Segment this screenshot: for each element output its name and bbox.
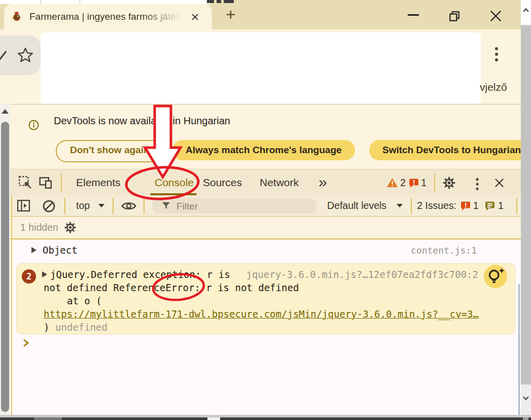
error-text-line2: not defined ReferenceError: r is not def… <box>44 281 299 294</box>
screen: Farmerama | ingyenes farmos játék on + <box>0 0 531 420</box>
console-prompt-chevron-icon[interactable] <box>22 338 29 350</box>
info-icon <box>28 120 39 132</box>
hidden-messages-label: 1 hidden <box>20 217 58 238</box>
log-levels-label: Default levels <box>327 195 386 217</box>
browser-tab-farmerama[interactable]: Farmerama | ingyenes farmos játék on <box>4 4 212 29</box>
divider <box>411 198 412 214</box>
error-close-paren: ) <box>44 321 49 334</box>
divider <box>61 174 62 191</box>
error-bubble-icon[interactable] <box>409 178 419 190</box>
device-toolbar-icon[interactable] <box>39 176 53 192</box>
issue-error-count[interactable]: 1 <box>473 195 479 217</box>
console-left-border <box>11 195 12 415</box>
banner-message: DevTools is now available in Hungarian <box>54 115 230 127</box>
bookmark-star-box[interactable] <box>0 36 41 75</box>
tab-sources[interactable]: Sources <box>203 169 242 196</box>
taskbar-edge-segment <box>523 417 528 420</box>
console-log-row[interactable]: Object content.js:1 <box>10 239 521 262</box>
screen-edge-artifact <box>207 0 214 3</box>
favicon-farmerama <box>11 11 22 24</box>
tab-console[interactable]: Console <box>155 169 194 196</box>
settings-gear-icon[interactable] <box>442 176 456 192</box>
hidden-settings-gear-icon[interactable] <box>64 221 77 236</box>
scroll-down-icon[interactable] <box>522 396 529 401</box>
omnibox[interactable] <box>41 32 481 104</box>
tab-title: Farmerama | ingyenes farmos játék on <box>29 4 186 29</box>
console-sidebar-icon[interactable] <box>17 199 30 214</box>
stack-url-link[interactable]: https://mylittlefarm-171-dwl.bpsecure.co… <box>44 307 479 321</box>
divider <box>434 174 435 191</box>
browser-menu-kebab-icon[interactable] <box>495 45 498 64</box>
left-scrollbar-thumb[interactable] <box>1 122 9 412</box>
error-text-line1: jQuery.Deferred exception: r is <box>50 268 230 281</box>
console-error-row[interactable]: 2 jQuery.Deferred exception: r is jquery… <box>16 263 515 334</box>
repeat-count-badge: 2 <box>22 269 36 284</box>
devtools-menu-kebab-icon[interactable] <box>476 176 478 192</box>
eye-icon[interactable] <box>121 201 137 213</box>
match-language-button[interactable]: Always match Chrome's language <box>172 140 355 160</box>
right-scrollbar[interactable] <box>521 0 531 415</box>
chevron-down-icon <box>397 204 403 207</box>
devtools-close-icon[interactable] <box>494 178 505 190</box>
error-count[interactable]: 1 <box>421 169 427 196</box>
window-close-icon[interactable] <box>489 9 503 25</box>
screen-edge-artifact <box>41 0 41 4</box>
tab-network[interactable]: Network <box>260 169 299 196</box>
screen-edge-artifact <box>80 0 80 3</box>
issues-label[interactable]: 2 Issues: <box>417 195 456 217</box>
window-restore-button[interactable] <box>448 10 461 24</box>
hidden-messages-bar: 1 hidden <box>0 217 531 239</box>
bookmark-star-icon[interactable] <box>17 47 34 66</box>
log-source-link[interactable]: content.js:1 <box>411 245 477 256</box>
screen-edge-artifact <box>0 0 210 4</box>
switch-language-button[interactable]: Switch DevTools to Hungarian <box>369 140 531 160</box>
expand-triangle-icon[interactable] <box>42 271 47 277</box>
log-value[interactable]: Object <box>43 244 78 256</box>
console-toolbar: top Default levels 2 Issues: <box>0 195 531 217</box>
partial-icon-stroke <box>0 51 7 63</box>
browser-tab-strip: Farmerama | ingyenes farmos játék on + <box>0 0 531 29</box>
window-minimize-button[interactable] <box>408 14 419 16</box>
chevron-down-icon <box>98 204 104 207</box>
taskbar-edge-segment <box>34 417 62 420</box>
filter-funnel-icon <box>161 201 171 213</box>
filter-input[interactable] <box>175 199 309 214</box>
left-scrollbar[interactable] <box>0 104 10 415</box>
warning-triangle-icon[interactable] <box>386 178 398 190</box>
divider <box>144 198 145 214</box>
screen-edge-artifact <box>224 0 234 3</box>
error-source-link[interactable]: jquery-3.6.0.min.js?…12ef07ea2fdf3c700:2 <box>246 268 478 281</box>
divider <box>113 198 114 214</box>
divider <box>64 198 65 214</box>
devtools-tabbar: Elements Console Sources Network » 2 1 <box>0 169 531 195</box>
issue-message-bubble-icon[interactable] <box>485 201 495 213</box>
warning-count[interactable]: 2 <box>400 169 406 196</box>
tab-elements[interactable]: Elements <box>76 169 121 196</box>
inspect-element-icon[interactable] <box>18 176 32 192</box>
filter-box[interactable] <box>152 198 317 214</box>
taskbar-edge-segment <box>207 417 220 420</box>
menu-label-fragment: vjelző <box>480 81 507 93</box>
new-tab-button[interactable]: + <box>222 6 239 23</box>
scroll-up-button[interactable] <box>521 0 531 24</box>
right-scrollbar-thumb[interactable] <box>521 25 531 384</box>
error-return-value: undefined <box>55 321 108 334</box>
context-selector-label: top <box>76 195 90 217</box>
tab-close-icon[interactable] <box>191 13 199 23</box>
expand-triangle-icon[interactable] <box>31 247 37 253</box>
screen-edge-artifact <box>217 0 221 3</box>
scroll-up-icon[interactable] <box>2 109 9 114</box>
more-tabs-chevron-icon[interactable]: » <box>318 169 326 196</box>
clear-console-icon[interactable] <box>42 199 56 215</box>
taskbar-edge <box>0 417 531 420</box>
devtools-panel: DevTools is now available in Hungarian D… <box>0 104 531 415</box>
divider <box>516 198 517 214</box>
console-prompt-input[interactable] <box>32 336 489 349</box>
dont-show-again-button[interactable]: Don't show again <box>56 140 164 162</box>
browser-toolbar: vjelző <box>0 29 531 104</box>
issue-message-count[interactable]: 1 <box>498 195 504 217</box>
console-right-border <box>518 284 520 415</box>
error-text-line3: at o ( <box>67 294 102 307</box>
issue-error-bubble-icon[interactable] <box>461 201 471 213</box>
ai-explain-lightbulb-button[interactable] <box>484 265 507 288</box>
